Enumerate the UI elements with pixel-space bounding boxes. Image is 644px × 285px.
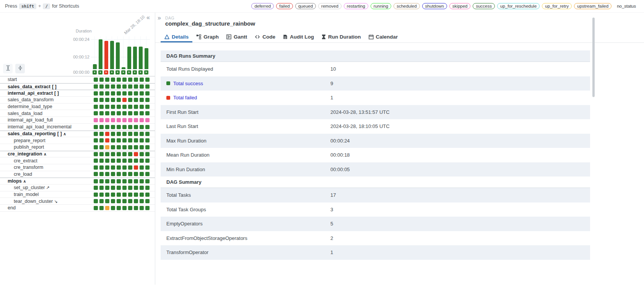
task-instance-square[interactable] [105, 206, 109, 210]
task-name[interactable]: cre_transform [14, 165, 43, 170]
status-badge-restarting[interactable]: restarting [344, 3, 368, 9]
task-name[interactable]: train_model [14, 192, 39, 197]
task-instance-square[interactable] [117, 78, 121, 82]
task-instance-square[interactable] [105, 78, 109, 82]
task-instance-square[interactable] [128, 118, 132, 122]
task-instance-square[interactable] [94, 125, 98, 129]
dag-run-square[interactable] [104, 70, 108, 74]
filter-link-total-failed[interactable]: Total failed [173, 95, 197, 100]
run-duration-bar[interactable] [99, 39, 102, 69]
task-instance-square[interactable] [122, 118, 127, 122]
task-instance-square[interactable] [140, 152, 144, 156]
task-instance-square[interactable] [134, 193, 138, 197]
task-instance-square[interactable] [99, 111, 104, 115]
task-instance-square[interactable] [117, 206, 121, 210]
dag-run-square[interactable] [127, 70, 131, 74]
task-name[interactable]: mlops [8, 178, 22, 184]
status-badge-success[interactable]: success [473, 3, 495, 9]
task-instance-square[interactable] [128, 138, 132, 142]
task-row-mlops[interactable]: mlops∧ [0, 178, 155, 185]
task-instance-square[interactable] [128, 206, 132, 210]
task-instance-square[interactable] [105, 105, 109, 109]
task-instance-square[interactable] [140, 179, 144, 183]
task-instance-square[interactable] [134, 118, 138, 122]
task-instance-square[interactable] [105, 98, 109, 102]
task-instance-square[interactable] [99, 179, 104, 183]
task-instance-square[interactable] [145, 105, 150, 109]
task-instance-square[interactable] [145, 152, 150, 156]
task-instance-square[interactable] [105, 91, 109, 96]
task-instance-square[interactable] [128, 179, 132, 183]
run-duration-bar[interactable] [139, 47, 143, 69]
task-instance-square[interactable] [122, 84, 127, 89]
task-instance-square[interactable] [117, 98, 121, 102]
task-instance-square[interactable] [145, 78, 150, 82]
task-instance-square[interactable] [111, 179, 115, 183]
task-instance-square[interactable] [105, 138, 109, 142]
task-instance-square[interactable] [105, 193, 109, 197]
dag-run-square[interactable] [93, 70, 97, 74]
task-instance-square[interactable] [94, 78, 98, 82]
task-instance-square[interactable] [94, 172, 98, 176]
task-instance-square[interactable] [94, 159, 98, 163]
task-instance-square[interactable] [111, 172, 115, 176]
task-instance-square[interactable] [128, 199, 132, 203]
task-row-sales_data_reporting[interactable]: sales_data_reporting[ ]∧ [0, 131, 155, 138]
task-instance-square[interactable] [99, 84, 104, 89]
task-instance-square[interactable] [105, 159, 109, 163]
status-badge-deferred[interactable]: deferred [251, 3, 274, 9]
task-instance-square[interactable] [140, 111, 144, 115]
task-instance-square[interactable] [122, 138, 127, 142]
task-instance-square[interactable] [105, 152, 109, 156]
task-instance-square[interactable] [117, 193, 121, 197]
task-instance-square[interactable] [140, 172, 144, 176]
task-instance-square[interactable] [140, 78, 144, 82]
task-instance-square[interactable] [134, 98, 138, 102]
task-instance-square[interactable] [111, 91, 115, 96]
task-instance-square[interactable] [122, 172, 127, 176]
task-instance-square[interactable] [140, 98, 144, 102]
task-instance-square[interactable] [145, 193, 150, 197]
task-instance-square[interactable] [94, 199, 98, 203]
collapse-group-chevron-icon[interactable]: ∧ [44, 152, 46, 156]
task-name[interactable]: publish_report [14, 144, 44, 150]
task-instance-square[interactable] [128, 91, 132, 96]
task-instance-square[interactable] [134, 186, 138, 190]
task-instance-square[interactable] [105, 186, 109, 190]
task-instance-square[interactable] [140, 84, 144, 89]
status-badge-queued[interactable]: queued [295, 3, 316, 9]
expand-all-groups-button[interactable] [3, 64, 13, 73]
task-instance-square[interactable] [122, 91, 127, 96]
dag-run-square[interactable] [98, 70, 102, 74]
task-instance-square[interactable] [140, 199, 144, 203]
task-instance-square[interactable] [99, 118, 104, 122]
task-instance-square[interactable] [94, 152, 98, 156]
task-name[interactable]: sales_data_reporting [8, 131, 56, 136]
task-instance-square[interactable] [111, 78, 115, 82]
task-instance-square[interactable] [111, 118, 115, 122]
task-instance-square[interactable] [94, 91, 98, 96]
task-instance-square[interactable] [99, 172, 104, 176]
task-instance-square[interactable] [128, 132, 132, 136]
task-instance-square[interactable] [145, 172, 150, 176]
collapse-group-chevron-icon[interactable]: ∧ [23, 179, 26, 183]
task-instance-square[interactable] [145, 159, 150, 163]
status-badge-running[interactable]: running [371, 3, 391, 9]
run-duration-bar[interactable] [116, 42, 120, 69]
task-instance-square[interactable] [111, 138, 115, 142]
task-instance-square[interactable] [111, 111, 115, 115]
task-instance-square[interactable] [145, 111, 150, 115]
task-instance-square[interactable] [122, 105, 127, 109]
task-instance-square[interactable] [140, 105, 144, 109]
task-row-start[interactable]: start [0, 76, 155, 83]
task-instance-square[interactable] [111, 152, 115, 156]
scrollbar-thumb[interactable] [592, 18, 595, 97]
task-instance-square[interactable] [122, 98, 127, 102]
task-instance-square[interactable] [122, 186, 127, 190]
task-name[interactable]: internal_api_extract [8, 91, 53, 96]
task-instance-square[interactable] [134, 152, 138, 156]
task-instance-square[interactable] [134, 165, 138, 170]
task-row-internal_api_load_full[interactable]: internal_api_load_full [0, 117, 155, 124]
dag-run-square[interactable] [138, 70, 143, 74]
task-instance-square[interactable] [122, 199, 127, 203]
